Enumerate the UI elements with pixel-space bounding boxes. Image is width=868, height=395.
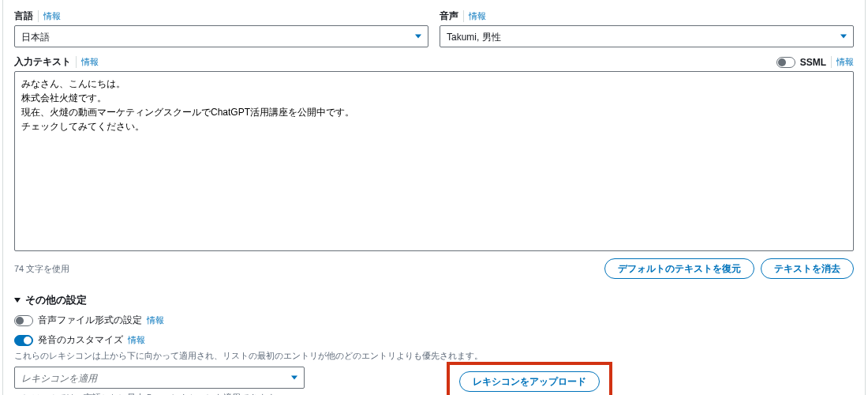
input-text-area[interactable]	[14, 71, 854, 251]
voice-info-link[interactable]: 情報	[463, 10, 486, 22]
ssml-info-link[interactable]: 情報	[831, 56, 854, 68]
clear-text-button[interactable]: テキストを消去	[761, 258, 854, 279]
restore-default-button[interactable]: デフォルトのテキストを復元	[604, 258, 754, 279]
audio-format-info-link[interactable]: 情報	[147, 314, 164, 326]
char-count: 74 文字を使用	[14, 263, 69, 275]
caret-down-icon	[291, 376, 297, 380]
audio-format-toggle[interactable]	[14, 315, 33, 326]
language-select[interactable]: 日本語	[14, 25, 428, 47]
input-text-label: 入力テキスト	[14, 55, 71, 69]
caret-down-icon	[415, 35, 421, 39]
other-settings-title: その他の設定	[25, 293, 87, 307]
caret-down-icon	[840, 35, 847, 39]
customize-pron-help: これらのレキシコンは上から下に向かって適用され、リストの最初のエントリが他のどの…	[14, 350, 854, 362]
input-text-info-link[interactable]: 情報	[76, 56, 99, 68]
upload-lexicon-button[interactable]: レキシコンをアップロード	[459, 371, 600, 392]
ssml-toggle[interactable]	[776, 57, 795, 68]
console-help: コンソールでは、言語ごとに最大 5 つのレキシコンを適用できます。	[14, 392, 305, 395]
language-selected-value: 日本語	[15, 26, 428, 48]
main-panel: 言語 情報 日本語 音声 情報 Takumi, 男性 入力テキスト 情報	[2, 0, 866, 395]
lexicon-placeholder: レキシコンを適用	[15, 367, 304, 389]
audio-format-label: 音声ファイル形式の設定	[38, 314, 142, 327]
voice-selected-value: Takumi, 男性	[440, 26, 853, 48]
customize-pron-toggle[interactable]	[14, 335, 33, 346]
highlight-annotation: レキシコンをアップロード	[447, 362, 612, 395]
customize-pron-info-link[interactable]: 情報	[128, 334, 145, 346]
ssml-label: SSML	[800, 57, 826, 68]
other-settings-header[interactable]: その他の設定	[14, 293, 854, 307]
voice-select[interactable]: Takumi, 男性	[440, 25, 854, 47]
language-info-link[interactable]: 情報	[38, 10, 61, 22]
expand-caret-icon	[14, 298, 21, 303]
lexicon-select[interactable]: レキシコンを適用	[14, 367, 305, 389]
language-label: 言語	[14, 9, 33, 23]
voice-label: 音声	[440, 9, 458, 23]
customize-pron-label: 発音のカスタマイズ	[38, 333, 123, 347]
